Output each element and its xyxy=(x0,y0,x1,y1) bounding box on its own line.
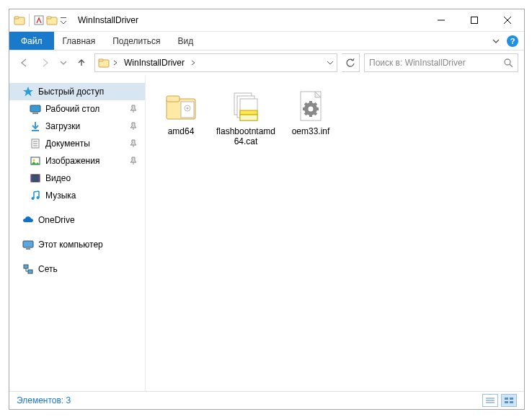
properties-icon[interactable] xyxy=(33,14,45,26)
nav-item-videos[interactable]: Видео xyxy=(9,170,145,187)
tab-file[interactable]: Файл xyxy=(9,32,54,50)
nav-item-desktop[interactable]: Рабочий стол xyxy=(9,100,145,118)
ribbon-expand-icon[interactable] xyxy=(492,38,500,45)
separator xyxy=(29,14,30,27)
nav-quick-access[interactable]: Быстрый доступ xyxy=(9,83,145,100)
file-item[interactable]: flashbootntamd64.cat xyxy=(213,86,278,146)
search-icon xyxy=(503,58,513,68)
nav-this-pc[interactable]: Этот компьютер xyxy=(9,236,145,253)
svg-point-44 xyxy=(309,107,314,112)
downloads-icon xyxy=(30,120,41,132)
svg-rect-28 xyxy=(23,241,33,247)
address-dropdown-icon[interactable] xyxy=(324,59,337,66)
quick-access-toolbar xyxy=(9,14,68,27)
svg-rect-57 xyxy=(510,398,513,400)
svg-point-27 xyxy=(37,196,40,199)
navigation-pane: Быстрый доступ Рабочий столЗагрузкиДокум… xyxy=(9,76,146,391)
svg-rect-59 xyxy=(510,401,513,403)
nav-label: OneDrive xyxy=(38,215,75,225)
forward-button[interactable] xyxy=(37,54,54,71)
svg-rect-30 xyxy=(24,265,28,268)
maximize-button[interactable] xyxy=(458,9,491,31)
tab-view[interactable]: Вид xyxy=(169,32,202,50)
file-list[interactable]: amd64flashbootntamd64.catoem33.inf xyxy=(146,76,524,391)
nav-label: Изображения xyxy=(45,156,99,166)
file-name: oem33.inf xyxy=(292,126,330,136)
svg-rect-31 xyxy=(28,270,32,273)
new-folder-icon[interactable] xyxy=(46,14,58,26)
tab-home[interactable]: Главная xyxy=(54,32,105,50)
folder-icon xyxy=(98,57,110,69)
ribbon-tabs: Файл Главная Поделиться Вид ? xyxy=(9,32,524,51)
svg-rect-58 xyxy=(505,401,508,403)
nav-item-pictures[interactable]: Изображения xyxy=(9,152,145,170)
cloud-icon xyxy=(22,214,34,226)
svg-point-36 xyxy=(187,107,189,110)
up-button[interactable] xyxy=(73,54,90,71)
svg-rect-1 xyxy=(14,17,19,19)
inf-icon xyxy=(293,89,328,123)
breadcrumb-chevron[interactable] xyxy=(110,60,121,66)
svg-rect-33 xyxy=(167,96,179,102)
svg-rect-14 xyxy=(30,105,40,112)
svg-line-13 xyxy=(510,64,513,67)
pin-icon xyxy=(129,157,138,165)
window-controls xyxy=(425,9,524,31)
tab-share[interactable]: Поделиться xyxy=(104,32,169,50)
search-placeholder: Поиск в: WinInstallDriver xyxy=(369,58,503,68)
file-item[interactable]: oem33.inf xyxy=(278,86,343,146)
nav-label: Быстрый доступ xyxy=(38,87,104,97)
svg-rect-56 xyxy=(505,398,508,400)
nav-item-downloads[interactable]: Загрузки xyxy=(9,118,145,135)
folder-icon xyxy=(14,14,25,26)
back-button[interactable] xyxy=(15,54,32,71)
svg-rect-41 xyxy=(240,115,257,120)
desktop-icon xyxy=(30,103,41,115)
breadcrumb-label: WinInstallDriver xyxy=(124,58,185,68)
close-button[interactable] xyxy=(491,9,524,31)
window-title: WinInstallDriver xyxy=(78,15,138,25)
address-box[interactable]: WinInstallDriver xyxy=(94,53,337,72)
nav-item-documents[interactable]: Документы xyxy=(9,135,145,152)
network-icon xyxy=(22,263,34,275)
music-icon xyxy=(30,190,41,201)
status-bar: Элементов: 3 xyxy=(9,391,524,409)
title-bar: WinInstallDriver xyxy=(9,9,524,32)
nav-onedrive[interactable]: OneDrive xyxy=(9,211,145,229)
svg-point-22 xyxy=(33,159,35,162)
file-item[interactable]: amd64 xyxy=(148,86,213,146)
file-name: flashbootntamd64.cat xyxy=(215,126,277,146)
videos-icon xyxy=(30,172,41,184)
svg-line-50 xyxy=(315,113,316,115)
documents-icon xyxy=(30,138,41,149)
details-view-button[interactable] xyxy=(482,394,498,407)
svg-point-26 xyxy=(32,197,35,200)
pin-icon xyxy=(129,105,138,113)
nav-network[interactable]: Сеть xyxy=(9,260,145,278)
address-bar: WinInstallDriver Поиск в: WinInstallDriv… xyxy=(9,51,524,76)
nav-label: Загрузки xyxy=(45,121,80,131)
cat-icon xyxy=(229,89,263,123)
svg-line-51 xyxy=(305,113,306,115)
refresh-button[interactable] xyxy=(342,53,360,72)
svg-rect-7 xyxy=(471,17,478,24)
breadcrumb-chevron[interactable] xyxy=(187,60,199,66)
svg-point-12 xyxy=(505,59,510,65)
nav-item-music[interactable]: Музыка xyxy=(9,187,145,204)
svg-rect-11 xyxy=(99,59,103,61)
svg-rect-29 xyxy=(26,248,30,250)
minimize-button[interactable] xyxy=(425,9,458,31)
nav-label: Рабочий стол xyxy=(45,104,99,114)
nav-label: Музыка xyxy=(45,190,76,201)
folder-icon xyxy=(164,89,198,123)
file-name: amd64 xyxy=(168,126,195,136)
breadcrumb-item[interactable]: WinInstallDriver xyxy=(121,58,187,68)
nav-label: Видео xyxy=(45,173,71,183)
help-button[interactable]: ? xyxy=(507,35,518,47)
nav-label: Документы xyxy=(45,139,90,149)
recent-locations-button[interactable] xyxy=(58,54,68,71)
pin-icon xyxy=(129,122,138,131)
qat-dropdown-icon[interactable] xyxy=(59,14,68,26)
icons-view-button[interactable] xyxy=(501,394,517,407)
search-box[interactable]: Поиск в: WinInstallDriver xyxy=(364,53,518,72)
